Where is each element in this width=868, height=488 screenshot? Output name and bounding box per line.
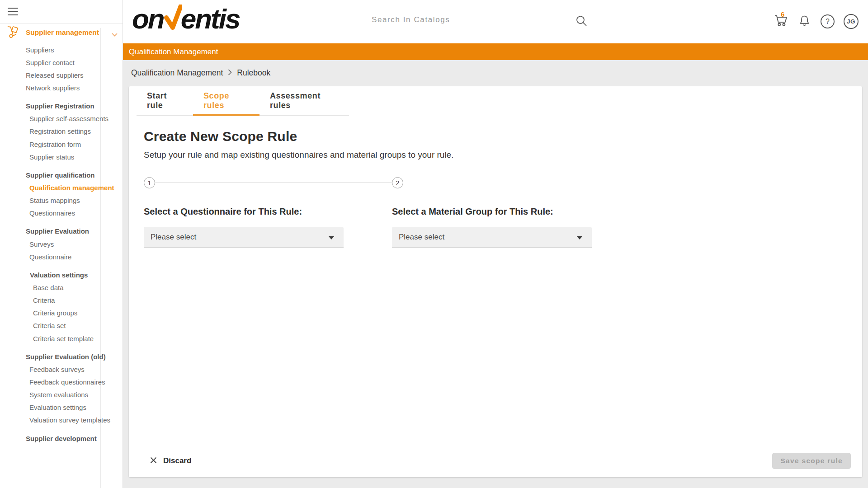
sidebar-section-supplier-registration: Supplier Registration [0, 100, 122, 113]
sidebar-item-questionnaire[interactable]: Questionnaire [0, 250, 122, 263]
questionnaire-column: Select a Questionnaire for This Rule: Pl… [144, 206, 344, 248]
module-banner-title: Qualification Management [129, 47, 218, 56]
sidebar-item-released-suppliers[interactable]: Released suppliers [0, 69, 122, 81]
material-group-select-value: Please select [399, 233, 444, 242]
selection-row: Select a Questionnaire for This Rule: Pl… [144, 206, 862, 248]
sidebar-item-questionnaires[interactable]: Questionnaires [0, 207, 122, 220]
sidebar-item-valuation-survey-templates[interactable]: Valuation survey templates [0, 414, 122, 427]
tab-assessment-rules[interactable]: Assessment rules [259, 86, 349, 115]
sidebar-item-evaluation-settings[interactable]: Evaluation settings [0, 401, 122, 414]
sidebar-section-supplier-evaluation-old: Supplier Evaluation (old) [0, 350, 122, 363]
page-description: Setup your rule and map existing questio… [144, 150, 862, 160]
sidebar-item-registration-settings[interactable]: Registration settings [0, 125, 122, 138]
top-bar: on entis 6 [123, 0, 868, 43]
sidebar-item-network-suppliers[interactable]: Network suppliers [0, 81, 122, 94]
sidebar-item-criteria-set-template[interactable]: Criteria set template [0, 332, 122, 345]
card-footer: Discard Save scope rule [150, 452, 851, 470]
discard-label: Discard [163, 456, 191, 465]
sidebar-item-supplier-status[interactable]: Supplier status [0, 150, 122, 163]
questionnaire-select[interactable]: Please select [144, 227, 344, 248]
tab-bar: Start rule Scope rules Assessment rules [137, 86, 349, 116]
scope-rule-form: Create New Scope Rule Setup your rule an… [129, 129, 862, 248]
cart-button[interactable]: 6 [773, 12, 790, 30]
close-icon [150, 457, 157, 465]
sidebar-item-system-evaluations[interactable]: System evaluations [0, 389, 122, 401]
discard-button[interactable]: Discard [150, 456, 191, 465]
sidebar-item-label: Supplier management [26, 28, 99, 37]
user-avatar[interactable]: JG [844, 14, 859, 29]
dropdown-caret-icon [329, 236, 334, 239]
sidebar-item-registration-form[interactable]: Registration form [0, 138, 122, 150]
step-1-indicator: 1 [144, 177, 155, 188]
sidebar-item-criteria-set[interactable]: Criteria set [0, 319, 122, 332]
questionnaire-label: Select a Questionnaire for This Rule: [144, 206, 344, 217]
step-2-indicator: 2 [392, 177, 403, 188]
material-group-select[interactable]: Please select [392, 227, 592, 248]
sidebar-item-surveys[interactable]: Surveys [0, 238, 122, 250]
sidebar-item-criteria[interactable]: Criteria [0, 294, 122, 307]
sidebar-section-supplier-evaluation: Supplier Evaluation [0, 225, 122, 238]
logo-text-suffix: entis [181, 3, 240, 35]
breadcrumb: Qualification Management Rulebook [131, 68, 270, 78]
avatar-initials: JG [847, 18, 855, 25]
sidebar-item-supplier-management[interactable]: Supplier management [0, 23, 123, 42]
main-content: Qualification Management Rulebook Start … [123, 60, 868, 488]
breadcrumb-qualification-management[interactable]: Qualification Management [131, 68, 223, 78]
search-input[interactable] [371, 11, 569, 30]
sidebar-item-qualification-management[interactable]: Qualification management [0, 181, 122, 194]
search-icon[interactable] [575, 14, 588, 29]
menu-icon[interactable] [8, 8, 18, 15]
sidebar-item-suppliers[interactable]: Suppliers [0, 43, 122, 56]
logo-text-prefix: on [132, 3, 164, 35]
dropdown-caret-icon [577, 236, 582, 239]
onventis-logo[interactable]: on entis [132, 3, 239, 38]
logo-checkmark-icon [164, 5, 182, 38]
sidebar-item-feedback-questionnaires[interactable]: Feedback questionnaires [0, 375, 122, 388]
sidebar-item-criteria-groups[interactable]: Criteria groups [0, 307, 122, 319]
save-scope-rule-button[interactable]: Save scope rule [772, 453, 851, 469]
sidebar: Supplier management Suppliers Supplier c… [0, 0, 123, 488]
help-glyph: ? [826, 18, 830, 26]
sidebar-item-status-mappings[interactable]: Status mappings [0, 194, 122, 207]
sidebar-nav: Suppliers Supplier contact Released supp… [0, 42, 122, 445]
scope-rule-card: Start rule Scope rules Assessment rules … [129, 86, 862, 477]
sidebar-item-base-data[interactable]: Base data [0, 281, 122, 294]
sidebar-section-supplier-development: Supplier development [0, 432, 122, 445]
help-icon: ? [821, 14, 835, 28]
questionnaire-select-value: Please select [151, 233, 196, 242]
sidebar-section-valuation-settings: Valuation settings [0, 268, 122, 281]
chevron-down-icon [112, 31, 118, 39]
help-button[interactable]: ? [821, 14, 835, 28]
breadcrumb-separator-icon [228, 68, 232, 78]
tab-start-rule[interactable]: Start rule [137, 86, 193, 115]
material-group-label: Select a Material Group for This Rule: [392, 206, 592, 217]
catalog-search [371, 11, 569, 30]
sidebar-item-supplier-contact[interactable]: Supplier contact [0, 56, 122, 69]
sidebar-section-supplier-qualification: Supplier qualification [0, 169, 122, 181]
material-group-column: Select a Material Group for This Rule: P… [392, 206, 592, 248]
sidebar-item-supplier-self-assessments[interactable]: Supplier self-assessments [0, 113, 122, 125]
module-banner: Qualification Management [123, 43, 868, 60]
breadcrumb-rulebook[interactable]: Rulebook [237, 68, 270, 78]
tab-scope-rules[interactable]: Scope rules [193, 86, 259, 115]
wizard-stepper: 1 2 [144, 177, 403, 188]
stepper-connector [155, 183, 392, 183]
cart-count-badge: 6 [781, 10, 784, 18]
avatar-circle: JG [844, 14, 859, 29]
notifications-button[interactable] [797, 14, 811, 30]
hand-truck-icon [6, 25, 19, 40]
sidebar-item-feedback-surveys[interactable]: Feedback surveys [0, 363, 122, 375]
page-title: Create New Scope Rule [144, 129, 862, 144]
